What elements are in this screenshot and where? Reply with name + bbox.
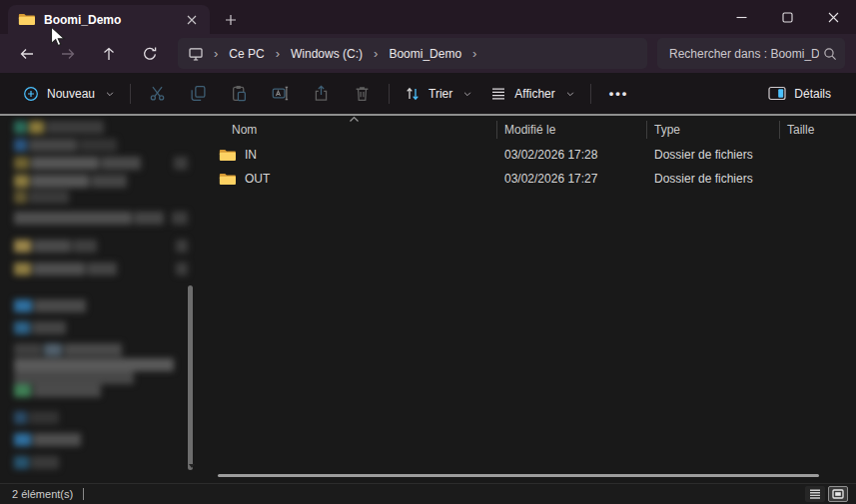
sort-ascending-icon — [348, 116, 361, 123]
titlebar: Boomi_Demo — [0, 0, 856, 34]
rename-icon — [272, 85, 289, 102]
sidebar-item-redacted[interactable] — [14, 456, 188, 469]
trash-icon — [354, 85, 371, 102]
sidebar-item-redacted[interactable] — [14, 358, 188, 371]
sidebar-item-redacted[interactable] — [14, 157, 188, 170]
sidebar-item-redacted[interactable] — [14, 121, 188, 134]
file-type: Dossier de fichiers — [646, 172, 779, 186]
list-view-button[interactable] — [805, 486, 825, 502]
sidebar-item-redacted[interactable] — [14, 299, 188, 312]
item-count: 2 élément(s) — [12, 488, 73, 500]
sort-button-label: Trier — [428, 87, 452, 101]
cut-button[interactable] — [137, 78, 178, 110]
search-box[interactable]: Rechercher dans : Boomi_D — [657, 38, 845, 69]
toolbar-separator — [130, 84, 131, 104]
breadcrumb: ›Ce PC›Windows (C:)›Boomi_Demo› — [213, 45, 477, 63]
sidebar-item-redacted[interactable] — [14, 343, 188, 356]
share-icon — [313, 85, 330, 102]
sidebar-item-redacted[interactable] — [14, 175, 188, 188]
column-resize-handle[interactable] — [496, 121, 497, 139]
sidebar-item-redacted[interactable] — [14, 321, 188, 334]
breadcrumb-chevron-icon[interactable]: › — [471, 47, 477, 60]
details-pane-icon — [768, 86, 786, 101]
file-row[interactable]: IN03/02/2026 17:28Dossier de fichiers — [205, 143, 856, 167]
more-options-button[interactable]: ••• — [597, 86, 641, 101]
file-type: Dossier de fichiers — [646, 148, 779, 162]
command-bar: Nouveau Trier Afficher — [0, 73, 856, 114]
sidebar-redacted-list — [0, 116, 200, 483]
paste-icon — [231, 85, 248, 102]
breadcrumb-chevron-icon[interactable]: › — [275, 47, 281, 60]
file-row[interactable]: OUT03/02/2026 17:27Dossier de fichiers — [205, 167, 856, 191]
minimize-button[interactable] — [718, 0, 764, 34]
horizontal-scrollbar[interactable] — [218, 474, 819, 477]
column-headers: Nom Modifié le Type Taille — [205, 116, 856, 143]
new-button-label: Nouveau — [47, 87, 95, 101]
folder-icon — [219, 173, 236, 186]
refresh-button[interactable] — [129, 37, 170, 71]
close-button[interactable] — [810, 0, 856, 34]
sidebar-item-redacted[interactable] — [14, 433, 188, 446]
up-button[interactable] — [88, 37, 129, 71]
column-header-name[interactable]: Nom — [205, 123, 496, 137]
sort-arrows-icon — [405, 86, 421, 102]
maximize-button[interactable] — [764, 0, 810, 34]
details-button-label: Détails — [794, 87, 831, 101]
navigation-sidebar — [0, 116, 200, 483]
search-input[interactable]: Rechercher dans : Boomi_D — [669, 47, 819, 61]
file-rows: IN03/02/2026 17:28Dossier de fichiersOUT… — [205, 143, 856, 191]
sidebar-item-redacted[interactable] — [14, 371, 188, 384]
breadcrumb-chevron-icon[interactable]: › — [373, 47, 379, 60]
view-button[interactable]: Afficher — [481, 78, 583, 110]
explorer-tab[interactable]: Boomi_Demo — [8, 5, 210, 34]
column-header-modified[interactable]: Modifié le — [496, 123, 646, 137]
thumbnail-view-icon — [832, 489, 844, 499]
column-header-type[interactable]: Type — [646, 123, 779, 137]
chevron-down-icon — [462, 89, 472, 99]
delete-button[interactable] — [342, 78, 383, 110]
content-area: Nom Modifié le Type Taille IN03/02/2026 … — [0, 116, 856, 483]
sidebar-item-redacted[interactable] — [14, 191, 188, 204]
column-resize-handle[interactable] — [646, 121, 647, 139]
statusbar-separator — [83, 488, 84, 500]
window-controls — [718, 0, 856, 34]
sidebar-item-redacted[interactable] — [14, 384, 188, 397]
sidebar-item-redacted[interactable] — [14, 411, 188, 424]
column-resize-handle[interactable] — [779, 121, 780, 139]
column-header-size[interactable]: Taille — [779, 123, 856, 137]
rename-button[interactable] — [260, 78, 301, 110]
sort-button[interactable]: Trier — [396, 78, 481, 110]
new-tab-button[interactable] — [220, 9, 242, 31]
tab-close-icon[interactable] — [184, 12, 200, 28]
chevron-down-icon — [105, 89, 115, 99]
breadcrumb-item[interactable]: Boomi_Demo — [386, 45, 464, 63]
sidebar-item-redacted[interactable] — [14, 139, 188, 152]
sidebar-scrollbar[interactable] — [188, 285, 193, 470]
address-bar[interactable]: ›Ce PC›Windows (C:)›Boomi_Demo› — [178, 38, 647, 69]
breadcrumb-item[interactable]: Ce PC — [226, 45, 267, 63]
copy-icon — [190, 85, 207, 102]
breadcrumb-item[interactable]: Windows (C:) — [288, 45, 366, 63]
new-button[interactable]: Nouveau — [14, 78, 124, 110]
file-name: IN — [245, 148, 257, 162]
back-button[interactable] — [6, 37, 47, 71]
search-icon[interactable] — [823, 47, 837, 61]
view-button-label: Afficher — [514, 87, 554, 101]
folder-icon — [18, 13, 35, 26]
paste-button[interactable] — [219, 78, 260, 110]
chevron-down-icon — [565, 89, 575, 99]
forward-button[interactable] — [47, 37, 88, 71]
sidebar-item-redacted[interactable] — [14, 240, 188, 252]
share-button[interactable] — [301, 78, 342, 110]
sidebar-item-redacted[interactable] — [14, 262, 188, 275]
toolbar-separator — [590, 84, 591, 104]
file-modified: 03/02/2026 17:28 — [496, 148, 646, 162]
thumbnail-view-button[interactable] — [828, 486, 848, 502]
details-pane-button[interactable]: Détails — [759, 78, 840, 110]
sidebar-item-redacted[interactable] — [14, 212, 188, 225]
scrollbar-down-arrow-icon[interactable] — [189, 464, 195, 468]
copy-button[interactable] — [178, 78, 219, 110]
folder-icon — [219, 149, 236, 162]
breadcrumb-chevron-icon[interactable]: › — [213, 47, 219, 60]
navigation-bar: ›Ce PC›Windows (C:)›Boomi_Demo› Recherch… — [0, 34, 856, 73]
